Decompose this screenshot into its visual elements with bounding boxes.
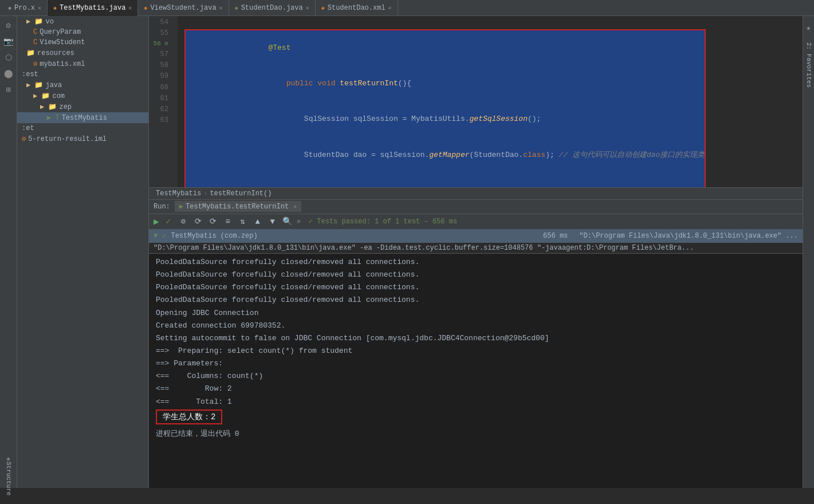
run-entry[interactable]: ▼ ✓ TestMybatis (com.zep) 656 ms "D:\Pro… <box>149 229 803 243</box>
tool-icon-5[interactable]: ⊞ <box>2 82 15 96</box>
code-indent2 <box>268 115 304 123</box>
kw-public: public <box>286 79 313 88</box>
run-down-button[interactable]: ▼ <box>267 216 278 227</box>
run-panel: Run: ▶ TestMybatis.testReturnInt ✕ ▶ ✓ ⊘… <box>149 199 803 229</box>
sp8: count = dao. <box>317 186 375 187</box>
run-list-button[interactable]: ≡ <box>222 216 234 227</box>
tab-pro-close[interactable]: ✕ <box>38 5 41 11</box>
test-icon-run: ▶ <box>179 202 183 211</box>
run-more[interactable]: » <box>297 218 301 226</box>
type-mybatisutils: MybatisUtils <box>411 115 465 123</box>
sidebar-item-java[interactable]: ▶ 📁 java <box>17 80 148 90</box>
tab-studentdao-java[interactable]: ◆ StudentDao.java ✕ <box>229 0 316 16</box>
run-tab-active[interactable]: ▶ TestMybatis.testReturnInt ✕ <box>175 201 301 212</box>
line-num-60: 60 <box>149 82 173 93</box>
console-line-7: ==> Preparing: select count(*) from stud… <box>149 345 803 357</box>
favorites-label[interactable]: 2: Favorites <box>805 42 812 88</box>
sidebar-item-zep-label: zep <box>59 103 72 111</box>
tab-testmybatis-icon: ◆ <box>53 5 57 11</box>
tab-viewstudent-close[interactable]: ✕ <box>219 5 223 11</box>
code-indent3 <box>268 151 304 159</box>
tab-pro-icon: ◆ <box>8 5 11 11</box>
console-line-5: Created connection 699780352. <box>149 320 803 332</box>
tab-testmybatis[interactable]: ◆ TestMybatis.java ✕ <box>48 0 138 16</box>
class-icon-queryparam: C <box>33 28 37 36</box>
tool-icon-4[interactable]: ⬤ <box>2 66 15 80</box>
sidebar-item-queryparam[interactable]: C QueryParam <box>17 27 148 37</box>
console-line-1: PooledDataSource forcefully closed/remov… <box>149 269 803 281</box>
folder-icon-resources: 📁 <box>26 49 35 57</box>
structure-label[interactable]: Structure <box>2 472 15 486</box>
folder-icon-vo: ▶ 📁 <box>26 17 43 26</box>
code-content[interactable]: @Test public void testReturnInt(){ SqlSe… <box>178 16 803 187</box>
code-indent4 <box>268 186 304 187</box>
console-line-11: <== Total: 1 <box>149 396 803 408</box>
breadcrumb: TestMybatis › testReturnInt() <box>149 187 803 199</box>
run-rerun2-button[interactable]: ⟳ <box>207 216 219 227</box>
run-stop-button[interactable]: ⊘ <box>178 216 189 227</box>
tab-studentdao-java-label: StudentDao.java <box>241 4 303 12</box>
sidebar-item-zep[interactable]: ▶ 📁 zep <box>17 101 148 112</box>
sidebar-item-viewstudent[interactable]: C ViewStudent <box>17 37 148 48</box>
code-paren: (){ <box>398 79 411 88</box>
run-check-button[interactable]: ✓ <box>163 216 174 227</box>
sidebar-item-iml-label: 5-return-result.iml <box>28 135 107 143</box>
tab-testmybatis-close[interactable]: ✕ <box>128 5 132 11</box>
console-area[interactable]: PooledDataSource forcefully closed/remov… <box>149 254 803 488</box>
console-line-10: <== Row: 2 <box>149 383 803 395</box>
console-line-8: ==> Parameters: <box>149 357 803 370</box>
code-container: 54 55 56 ⊙ 57 58 59 60 61 62 63 <box>149 16 803 187</box>
sidebar-item-com[interactable]: ▶ 📁 com <box>17 90 148 101</box>
run-up-button[interactable]: ▲ <box>252 216 264 227</box>
test-icon-testmybatis: ▶ T <box>47 113 60 122</box>
sidebar-item-resources[interactable]: 📁 resources <box>17 48 148 58</box>
run-rerun-button[interactable]: ⟳ <box>192 216 204 227</box>
tab-pro[interactable]: ◆ Pro.x ✕ <box>2 0 48 16</box>
tab-viewstudent[interactable]: ◆ ViewStudent.java ✕ <box>138 0 229 16</box>
tab-viewstudent-label: ViewStudent.java <box>150 4 216 12</box>
right-panel: 54 55 56 ⊙ 57 58 59 60 61 62 63 <box>149 16 814 488</box>
sidebar-item-testmybatis[interactable]: ▶ T TestMybatis <box>17 112 148 123</box>
tab-studentdao-xml-close[interactable]: ✕ <box>388 5 392 11</box>
left-toolbar: ⚙ 📷 ⬡ ⬤ ⊞ ★ Structure <box>0 16 17 488</box>
line-num-63: 63 <box>149 115 173 126</box>
sidebar-item-mybatisxml-label: mybatis.xml <box>40 60 85 68</box>
tab-studentdao-xml-label: StudentDao.xml <box>328 4 386 12</box>
tab-studentdao-java-close[interactable]: ✕ <box>306 5 309 11</box>
console-header-text: "D:\Program Files\Java\jdk1.8.0_131\bin\… <box>154 244 694 252</box>
folder-icon-java: ▶ 📁 <box>26 81 43 89</box>
tool-icon-1[interactable]: ⚙ <box>2 18 15 32</box>
line-num-54: 54 <box>149 17 173 28</box>
sidebar-item-viewstudent-label: ViewStudent <box>40 38 85 46</box>
tab-studentdao-xml[interactable]: ◆ StudentDao.xml ✕ <box>316 0 398 16</box>
line-num-55: 55 <box>149 28 173 39</box>
run-split-button[interactable]: ⇅ <box>237 216 249 227</box>
fav-icon-1[interactable]: ★ <box>802 21 815 34</box>
sp4: . <box>465 115 470 123</box>
sidebar-item-vo[interactable]: ▶ 📁 vo <box>17 16 148 27</box>
run-tab-close[interactable]: ✕ <box>293 203 297 210</box>
run-label: Run: <box>154 203 170 211</box>
type-sqlsession: SqlSession <box>304 115 349 123</box>
breadcrumb-method[interactable]: testReturnInt() <box>210 190 272 198</box>
sidebar-item-est[interactable]: :est <box>17 69 148 80</box>
sidebar-item-testmybatis-label: TestMybatis <box>62 114 107 122</box>
tool-icon-3[interactable]: ⬡ <box>2 50 15 64</box>
console-line-9: <== Columns: count(*) <box>149 370 803 383</box>
run-entry-expand: ▼ <box>154 232 158 240</box>
annotation-test: @Test <box>268 44 290 52</box>
sidebar-item-et[interactable]: :et <box>17 123 148 133</box>
play-button[interactable]: ▶ <box>154 216 159 227</box>
console-line-0: PooledDataSource forcefully closed/remov… <box>149 256 803 269</box>
tool-icon-2[interactable]: 📷 <box>2 34 15 48</box>
sidebar-item-et-label: :et <box>22 124 34 132</box>
class-icon-viewstudent: C <box>33 38 37 46</box>
sidebar-item-mybatisxml[interactable]: ⚙ mybatis.xml <box>17 58 148 69</box>
console-line-2: PooledDataSource forcefully closed/remov… <box>149 281 803 294</box>
sp9: (); <box>429 186 442 187</box>
breadcrumb-testmybatis[interactable]: TestMybatis <box>156 190 201 198</box>
main-layout: ⚙ 📷 ⬡ ⬤ ⊞ ★ Structure ▶ 📁 vo C QueryPara… <box>0 16 814 488</box>
sidebar-item-iml[interactable]: ⚙ 5-return-result.iml <box>17 133 148 144</box>
run-search-button[interactable]: 🔍 <box>282 216 293 227</box>
code-line-59: int count = dao.countStudent(); <box>186 173 705 187</box>
